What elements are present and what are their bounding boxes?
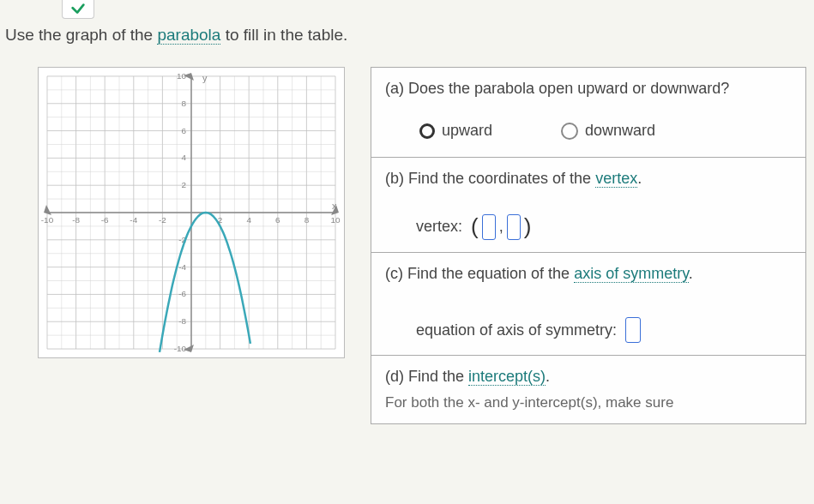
radio-downward-label: downward	[585, 122, 655, 140]
svg-text:-4: -4	[130, 215, 137, 225]
vertex-x-input[interactable]	[482, 214, 496, 240]
svg-text:10: 10	[177, 71, 187, 81]
svg-text:-8: -8	[72, 215, 80, 225]
part-a: (a) Does the parabola open upward or dow…	[371, 68, 805, 158]
term-parabola[interactable]: parabola	[157, 26, 220, 45]
axis-symmetry-input[interactable]	[625, 317, 641, 343]
part-b-prompt: (b) Find the coordinates of the vertex.	[385, 170, 792, 188]
part-b: (b) Find the coordinates of the vertex. …	[371, 158, 805, 253]
svg-text:6: 6	[182, 126, 187, 135]
svg-text:10: 10	[330, 215, 341, 225]
radio-icon	[561, 123, 578, 140]
x-axis-label: x	[332, 201, 337, 211]
y-axis-label: y	[202, 73, 208, 83]
part-a-prompt: (a) Does the parabola open upward or dow…	[385, 80, 792, 98]
part-c-prompt: (c) Find the equation of the axis of sym…	[385, 265, 792, 283]
graph-panel: -10-8-6-4-2246810-10-8-6-4-2246810 y x	[38, 67, 345, 358]
axis-symmetry-label: equation of axis of symmetry:	[416, 321, 617, 339]
term-vertex[interactable]: vertex	[595, 170, 637, 188]
radio-upward-label: upward	[442, 122, 492, 140]
svg-text:4: 4	[182, 153, 187, 162]
part-d-hint: For both the x- and y-intercept(s), make…	[385, 394, 792, 411]
vertex-y-input[interactable]	[507, 214, 521, 240]
vertex-label: vertex:	[416, 218, 462, 236]
svg-text:2: 2	[182, 180, 187, 189]
svg-text:-8: -8	[178, 316, 186, 326]
svg-text:-10: -10	[174, 344, 187, 353]
completed-check-icon	[62, 0, 94, 19]
instruction-post: to fill in the table.	[220, 26, 347, 44]
svg-marker-45	[44, 205, 51, 215]
radio-downward[interactable]: downward	[561, 122, 655, 140]
questions-table: (a) Does the parabola open upward or dow…	[371, 67, 806, 424]
part-d: (d) Find the intercept(s). For both the …	[371, 356, 805, 423]
svg-text:8: 8	[182, 99, 187, 108]
term-axis-of-symmetry[interactable]: axis of symmetry	[574, 265, 689, 283]
svg-text:-2: -2	[159, 215, 166, 225]
svg-text:6: 6	[275, 215, 280, 225]
svg-text:4: 4	[246, 215, 251, 225]
part-c: (c) Find the equation of the axis of sym…	[371, 253, 805, 356]
svg-text:-6: -6	[178, 289, 186, 298]
instruction-pre: Use the graph of the	[5, 26, 157, 44]
svg-text:-10: -10	[41, 215, 54, 225]
parabola-graph: -10-8-6-4-2246810-10-8-6-4-2246810 y x	[39, 68, 344, 357]
svg-text:-6: -6	[101, 215, 109, 225]
instruction-text: Use the graph of the parabola to fill in…	[5, 26, 347, 45]
svg-text:8: 8	[304, 215, 310, 225]
term-intercepts[interactable]: intercept(s)	[468, 368, 546, 386]
vertex-input-group: ( , )	[471, 213, 531, 240]
svg-text:-4: -4	[178, 262, 186, 272]
radio-upward[interactable]: upward	[419, 122, 492, 140]
part-d-prompt: (d) Find the intercept(s).	[385, 368, 792, 386]
radio-icon	[419, 123, 435, 139]
